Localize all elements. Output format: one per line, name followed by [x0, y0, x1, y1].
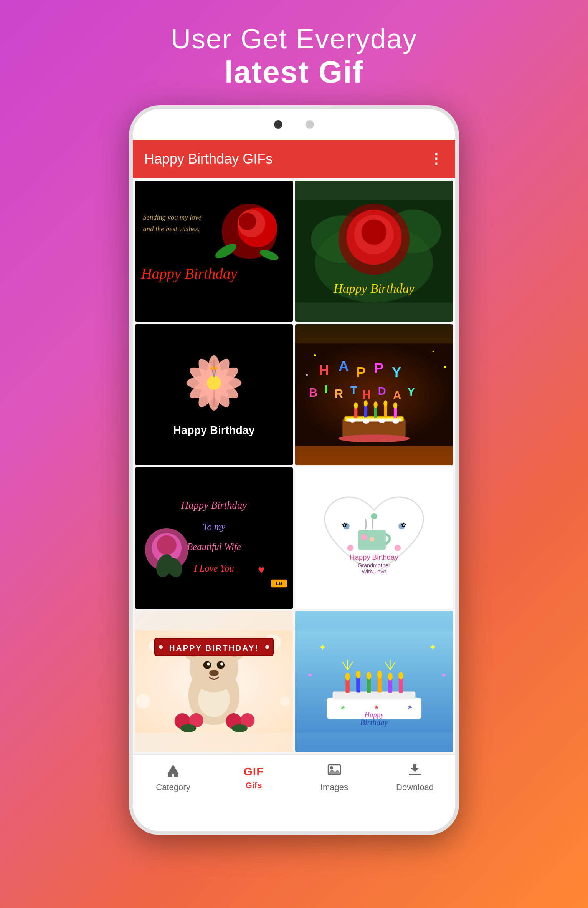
svg-point-57 [393, 419, 399, 423]
svg-point-66 [383, 400, 387, 406]
svg-point-64 [364, 400, 368, 406]
svg-text:A: A [393, 389, 401, 402]
svg-text:Happy Birthday: Happy Birthday [350, 553, 398, 561]
svg-point-65 [373, 401, 377, 408]
phone-frame: Happy Birthday GIFs ⋮ Sending you [129, 105, 459, 835]
svg-point-109 [217, 661, 225, 669]
svg-text:Happy Birthday: Happy Birthday [140, 265, 237, 282]
phone-speaker [306, 120, 314, 129]
svg-point-158 [330, 766, 333, 769]
svg-rect-130 [333, 691, 416, 699]
svg-point-88 [347, 545, 353, 551]
svg-text:✿: ✿ [401, 521, 406, 528]
nav-item-images[interactable]: Images [294, 763, 375, 792]
gif-grid: Sending you my love and the best wishes,… [133, 178, 455, 754]
svg-point-122 [265, 645, 269, 649]
svg-text:LB: LB [276, 581, 282, 586]
svg-point-121 [159, 645, 163, 649]
svg-text:✦: ✦ [441, 671, 447, 679]
svg-point-34 [314, 354, 316, 356]
svg-text:R: R [335, 387, 343, 400]
bottom-nav: Category GIF Gifs Images [133, 754, 455, 800]
header-line2: latest Gif [171, 55, 417, 90]
svg-text:Happy: Happy [364, 711, 384, 719]
svg-point-27 [207, 376, 221, 390]
download-label: Download [396, 782, 434, 792]
svg-point-56 [379, 419, 385, 423]
svg-point-146 [388, 673, 392, 681]
svg-text:Happy Birthday: Happy Birthday [333, 282, 415, 295]
svg-text:Sending you my love: Sending you my love [143, 214, 202, 221]
gif-item-4[interactable]: H A P P Y B I R T H D A Y [295, 324, 453, 466]
svg-point-143 [356, 670, 360, 678]
svg-text:and the best wishes,: and the best wishes, [143, 225, 200, 233]
gifs-label: Gifs [246, 780, 262, 790]
svg-text:A: A [339, 358, 349, 374]
gif-item-7[interactable]: HAPPY BIRTHDAY! [135, 611, 293, 752]
svg-text:✦: ✦ [307, 671, 313, 679]
svg-point-147 [398, 672, 403, 680]
svg-point-36 [444, 366, 446, 368]
svg-text:With Love: With Love [362, 568, 386, 575]
gif-item-6[interactable]: ✿ ✿ Happy Birthday Grandmother With Love [295, 467, 453, 609]
app-bar: Happy Birthday GIFs ⋮ [133, 140, 455, 178]
svg-marker-154 [168, 764, 178, 774]
download-icon [408, 763, 422, 780]
svg-point-90 [371, 513, 377, 519]
svg-point-118 [232, 724, 248, 732]
svg-point-37 [306, 374, 308, 376]
svg-text:❀: ❀ [340, 704, 345, 710]
svg-point-110 [207, 662, 210, 665]
svg-text:✦: ✦ [319, 642, 326, 652]
svg-text:Y: Y [408, 385, 415, 398]
phone-camera [274, 120, 282, 129]
svg-rect-159 [409, 774, 421, 775]
svg-point-144 [367, 672, 371, 680]
svg-text:B: B [309, 386, 317, 399]
svg-point-55 [363, 419, 369, 423]
page-header: User Get Everyday latest Gif [155, 0, 433, 105]
svg-text:D: D [378, 384, 386, 397]
svg-point-31 [215, 366, 218, 369]
images-icon [327, 763, 341, 780]
svg-rect-155 [168, 774, 172, 777]
nav-item-category[interactable]: Category [133, 763, 213, 792]
svg-text:Happy Birthday: Happy Birthday [181, 499, 247, 511]
gif-item-1[interactable]: Sending you my love and the best wishes,… [135, 181, 293, 322]
phone-notch [133, 109, 455, 140]
svg-point-63 [354, 402, 358, 408]
svg-marker-160 [411, 764, 419, 772]
gif-item-5[interactable]: Happy Birthday To my Beautiful Wife I Lo… [135, 467, 293, 609]
svg-text:Grandmother: Grandmother [358, 562, 390, 568]
svg-point-112 [209, 669, 219, 676]
svg-point-68 [339, 434, 410, 442]
svg-rect-156 [174, 774, 178, 777]
header-line1: User Get Everyday [171, 23, 417, 55]
gif-item-8[interactable]: ✦ ✦ ✦ ✦ ❀ ❀ ❀ Happy Birthday [295, 611, 453, 752]
svg-point-30 [210, 366, 213, 369]
app-bar-title: Happy Birthday GIFs [144, 151, 429, 167]
svg-text:Beautiful Wife: Beautiful Wife [187, 542, 241, 552]
svg-text:❀: ❀ [374, 703, 379, 709]
gif-icon: GIF [244, 765, 264, 778]
svg-text:Birthday: Birthday [360, 718, 388, 727]
svg-point-145 [377, 670, 382, 678]
svg-text:I Love You: I Love You [193, 563, 234, 573]
svg-point-4 [239, 213, 256, 230]
svg-point-142 [345, 673, 350, 681]
nav-item-gifs[interactable]: GIF Gifs [213, 765, 294, 790]
svg-point-54 [349, 418, 355, 422]
svg-text:H: H [362, 388, 371, 401]
svg-text:H: H [319, 362, 329, 378]
svg-point-84 [361, 534, 367, 540]
svg-text:✦: ✦ [429, 642, 436, 652]
gif-item-2[interactable]: Happy Birthday [295, 181, 453, 322]
nav-item-download[interactable]: Download [375, 763, 455, 792]
category-icon [166, 763, 180, 780]
svg-point-89 [395, 545, 401, 551]
gif-item-3[interactable]: Happy Birthday [135, 324, 293, 466]
svg-point-111 [220, 662, 223, 665]
menu-icon[interactable]: ⋮ [429, 151, 444, 167]
svg-text:To my: To my [203, 522, 225, 532]
category-label: Category [156, 782, 190, 792]
